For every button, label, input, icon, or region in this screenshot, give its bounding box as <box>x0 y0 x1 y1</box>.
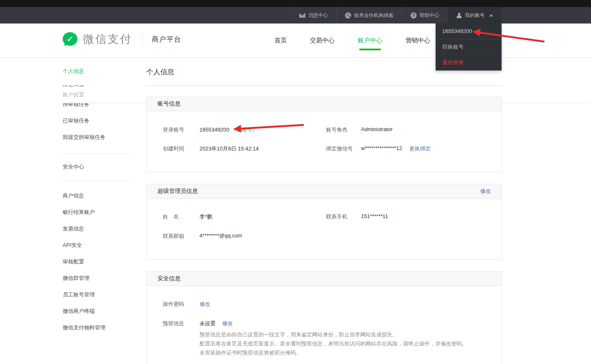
sidebar-item-my-submitted-tasks[interactable]: 我提交的审核任务 <box>63 129 132 146</box>
super-admin-card: 超级管理员信息 修改 姓 名 李*鹏 联系手机 151******11 联系邮箱… <box>146 184 502 260</box>
security-info-card: 安全信息 操作密码 修改 预留信息 未设置 修改 预留信息是由你自己设置的一段文… <box>146 271 502 364</box>
login-account-value: 1655349200 （主账号） <box>199 126 258 134</box>
account-dropdown: 1655349200 切换账号 退出登录 <box>436 23 502 70</box>
logo-divider <box>142 34 143 45</box>
nav-trade-center[interactable]: 交易中心 <box>308 23 336 57</box>
sidebar-item-invoice-info[interactable]: 发票信息 <box>63 221 132 237</box>
sidebar-item-personal-info[interactable]: 个人信息 <box>63 63 132 80</box>
created-time-label: 创建时间 <box>163 145 184 153</box>
security-info-card-header: 安全信息 <box>147 272 502 286</box>
reserved-info-label: 预留信息 <box>163 320 184 327</box>
admin-edit-link[interactable]: 修改 <box>480 188 491 195</box>
title-divider <box>146 85 502 86</box>
account-info-card-title: 账号信息 <box>157 100 181 108</box>
login-account-tag: （主账号） <box>231 127 258 133</box>
dropdown-logout[interactable]: 退出登录 <box>436 55 502 70</box>
chevron-up-icon <box>489 14 493 16</box>
bound-wechat-value: w***************12 <box>361 145 402 151</box>
bound-wechat-label: 绑定微信号 <box>326 145 353 153</box>
account-info-card: 账号信息 登录账号 1655349200 （主账号） 账号角色 Administ… <box>146 96 502 172</box>
sidebar-item-api-security[interactable]: API安全 <box>63 237 132 254</box>
sidebar-item-wechat-group-management[interactable]: 微信群管理 <box>63 270 132 287</box>
platform-name: 商户平台 <box>152 35 181 44</box>
sidebar-divider <box>63 153 132 154</box>
change-binding-link[interactable]: 更换绑定 <box>409 145 431 153</box>
dropdown-switch-account[interactable]: 切换账号 <box>436 39 502 55</box>
menu-item-messages[interactable]: 消息中心 <box>291 7 336 23</box>
admin-phone-value: 151******11 <box>361 213 388 219</box>
sidebar-item-wechat-pay-materials[interactable]: 微信支付物料管理 <box>63 319 132 336</box>
nav-home[interactable]: 首页 <box>273 23 288 57</box>
menu-label-messages: 消息中心 <box>308 12 328 19</box>
logo[interactable]: ✓ 微信支付 商户平台 <box>63 32 181 47</box>
nav-marketing-center[interactable]: 营销中心 <box>404 23 432 57</box>
sidebar-item-bank-settlement-account[interactable]: 银行结算账户 <box>63 204 132 221</box>
login-account-label: 登录账号 <box>163 126 184 134</box>
menu-item-acquirer-search[interactable]: 收单合作机构搜索 <box>336 7 402 23</box>
wechat-pay-logo-icon: ✓ <box>63 32 78 46</box>
menu-item-my-account[interactable]: 我的账号 <box>448 7 502 23</box>
main-nav: 首页 交易中心 账户中心 营销中心 <box>273 23 432 57</box>
admin-email-value: 4********@qq.com <box>199 232 242 239</box>
super-admin-card-header: 超级管理员信息 修改 <box>147 184 502 199</box>
sidebar-item-staff-account-management[interactable]: 员工账号管理 <box>63 287 132 303</box>
top-menubar: 消息中心 收单合作机构搜索 ? 帮助中心 我的账号 <box>0 7 591 23</box>
admin-name-label: 姓 名 <box>163 213 179 221</box>
mail-icon <box>299 13 305 18</box>
super-admin-card-title: 超级管理员信息 <box>157 188 198 195</box>
logo-text: 微信支付 <box>83 32 132 47</box>
menu-label-acquirer-search: 收单合作机构搜索 <box>354 12 394 19</box>
account-info-card-header: 账号信息 <box>147 97 502 111</box>
menu-label-my-account: 我的账号 <box>465 12 485 19</box>
account-role-value: Administrator <box>361 126 393 132</box>
admin-name-value: 李*鹏 <box>199 213 212 221</box>
note-line-1: 预留信息是由你自己设置的一段文字，用来鉴定网站身份，防止假冒网站造成损失。 <box>199 330 467 339</box>
sidebar-item-review-config[interactable]: 审核配置 <box>63 254 132 270</box>
sidebar-item-security-center[interactable]: 安全中心 <box>63 159 132 175</box>
nav-account-center[interactable]: 账户中心 <box>356 23 384 57</box>
user-icon <box>456 13 462 18</box>
password-edit-link[interactable]: 修改 <box>199 301 210 308</box>
sidebar-item-wechat-merchant-terminal[interactable]: 微信商户终端 <box>63 303 132 319</box>
note-line-3: 未安装操作证书时预留信息将被部分掩码。 <box>199 348 467 357</box>
topbar-menu: 消息中心 收单合作机构搜索 ? 帮助中心 我的账号 <box>291 7 502 23</box>
admin-email-label: 联系邮箱 <box>163 232 184 240</box>
page-title: 个人信息 <box>146 67 174 77</box>
operation-password-label: 操作密码 <box>163 301 184 308</box>
sidebar-item-merchant-info[interactable]: 商户信息 <box>63 188 132 204</box>
dropdown-account-number[interactable]: 1655349200 <box>436 23 502 39</box>
reserved-info-value: 未设置 <box>199 320 216 327</box>
reserved-info-edit-link[interactable]: 修改 <box>222 320 233 327</box>
sidebar-item-reviewed-tasks[interactable]: 已审核任务 <box>63 113 132 129</box>
sidebar-divider <box>63 181 132 181</box>
admin-phone-label: 联系手机 <box>326 213 347 221</box>
reserved-info-notes: 预留信息是由你自己设置的一段文字，用来鉴定网站身份，防止假冒网站造成损失。 配置… <box>199 330 467 357</box>
created-time-value: 2023年10月6日 15:42:14 <box>199 145 259 153</box>
account-role-label: 账号角色 <box>326 126 347 134</box>
menu-item-help[interactable]: ? 帮助中心 <box>402 7 448 23</box>
search-icon <box>345 12 351 19</box>
sidebar: 个人设置 个人信息 操作证书 待审核任务 已审核任务 我提交的审核任务 安全中心… <box>63 63 132 336</box>
help-icon: ? <box>410 12 417 19</box>
menu-label-help: 帮助中心 <box>420 12 439 19</box>
top-strip <box>0 0 591 7</box>
note-line-2: 配置后将在首页及充值页面显示。若未看到预留信息，表明当前访问的网站存在风险，请终… <box>199 339 467 348</box>
site-header: ✓ 微信支付 商户平台 首页 交易中心 账户中心 营销中心 <box>0 23 591 58</box>
security-info-card-title: 安全信息 <box>157 275 181 282</box>
